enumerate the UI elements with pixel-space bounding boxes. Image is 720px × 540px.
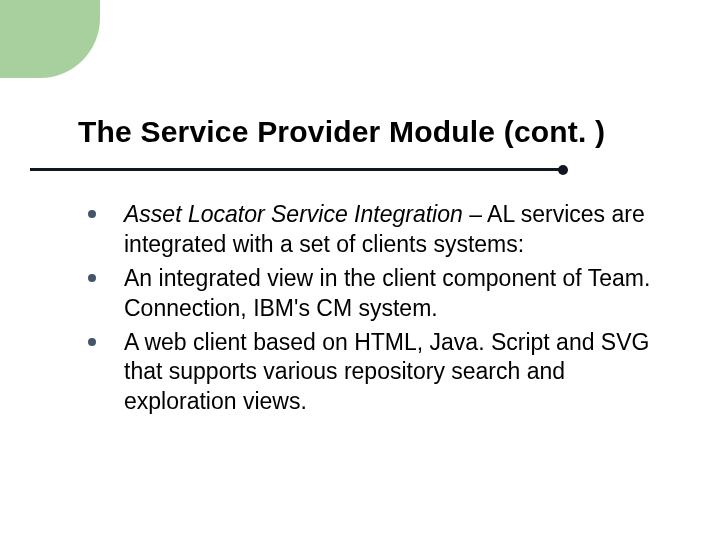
list-item: An integrated view in the client compone… [88, 264, 668, 324]
bullet-icon [88, 210, 96, 218]
list-item-rest: An integrated view in the client compone… [124, 265, 650, 321]
list-item-text: A web client based on HTML, Java. Script… [124, 328, 668, 418]
list-item-text: Asset Locator Service Integration – AL s… [124, 200, 668, 260]
corner-accent [0, 0, 100, 78]
list-item-text: An integrated view in the client compone… [124, 264, 668, 324]
slide-body: Asset Locator Service Integration – AL s… [88, 200, 668, 421]
bullet-icon [88, 338, 96, 346]
bullet-icon [88, 274, 96, 282]
list-item-lead: Asset Locator Service Integration [124, 201, 463, 227]
title-underline [30, 168, 560, 171]
list-item: A web client based on HTML, Java. Script… [88, 328, 668, 418]
slide-title: The Service Provider Module (cont. ) [78, 115, 605, 149]
list-item: Asset Locator Service Integration – AL s… [88, 200, 668, 260]
list-item-rest: A web client based on HTML, Java. Script… [124, 329, 649, 415]
